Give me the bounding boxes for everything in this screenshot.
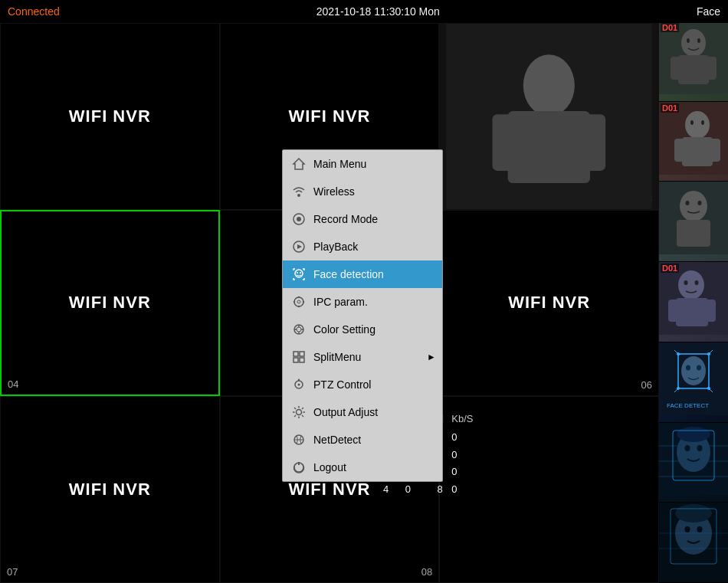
svg-point-13 [300, 272, 301, 273]
svg-rect-68 [676, 298, 708, 326]
svg-point-71 [684, 280, 688, 285]
camera-cell-03[interactable]: 03 [439, 23, 659, 210]
menu-item-wireless[interactable]: Wireless [283, 178, 442, 205]
svg-point-21 [297, 327, 301, 332]
svg-point-82 [677, 352, 680, 355]
menu-item-face-detection[interactable]: Face detection [283, 260, 442, 288]
right-sidebar: Face D01 D01 [659, 0, 728, 583]
svg-line-41 [302, 408, 303, 409]
svg-line-42 [294, 415, 296, 417]
menu-item-output-adjust[interactable]: Output Adjust [283, 398, 442, 426]
menu-ptz-control-label: PTZ Control [313, 378, 371, 391]
ipc-icon [290, 293, 307, 310]
thumb-4-feed [659, 262, 728, 335]
sidebar-thumb-2[interactable]: D01 [659, 102, 728, 182]
menu-item-ptz-control[interactable]: PTZ Control [283, 371, 442, 398]
home-icon [290, 156, 307, 172]
sidebar-thumb-3[interactable] [659, 182, 728, 262]
sidebar-thumb-4[interactable]: D01 [659, 262, 728, 342]
menu-item-ipc-param[interactable]: IPC param. [283, 288, 442, 316]
svg-marker-5 [293, 159, 304, 169]
svg-point-79 [681, 356, 706, 385]
svg-rect-63 [677, 220, 710, 247]
svg-point-31 [298, 384, 300, 386]
record-icon [290, 211, 307, 228]
menu-ipc-param-label: IPC param. [313, 296, 368, 308]
svg-rect-69 [668, 300, 679, 322]
svg-point-59 [690, 120, 694, 125]
svg-rect-26 [293, 352, 298, 356]
svg-point-67 [678, 270, 704, 300]
cell-08-number: 08 [421, 566, 432, 578]
menu-split-menu-label: SplitMenu [313, 351, 361, 363]
sidebar-thumb-5[interactable]: FACE DETECT [659, 342, 728, 423]
menu-item-record-mode[interactable]: Record Mode [283, 205, 442, 233]
svg-point-8 [297, 217, 301, 221]
menu-item-playback[interactable]: PlayBack [283, 233, 442, 260]
svg-point-18 [293, 301, 295, 303]
svg-point-53 [697, 38, 700, 43]
svg-rect-57 [674, 139, 685, 162]
svg-point-48 [681, 29, 706, 57]
camera-cell-01[interactable]: WIFI NVR [0, 23, 220, 210]
ptz-icon [290, 376, 307, 393]
svg-rect-70 [705, 300, 716, 322]
svg-point-52 [687, 38, 690, 43]
svg-point-80 [686, 365, 690, 370]
camera-cell-07[interactable]: WIFI NVR 07 [0, 396, 220, 583]
context-menu: Main Menu Wireless Record Mode P [282, 149, 443, 482]
svg-point-93 [697, 445, 703, 451]
camera-cell-06[interactable]: WIFI NVR 06 [439, 210, 659, 397]
svg-point-84 [677, 387, 680, 390]
svg-marker-10 [297, 244, 302, 249]
svg-rect-29 [300, 358, 304, 362]
camera-cell-04[interactable]: WIFI NVR 04 [0, 210, 220, 397]
svg-rect-51 [706, 57, 717, 80]
menu-color-setting-label: Color Setting [313, 323, 375, 336]
cell-01-label: WIFI NVR [69, 106, 151, 126]
svg-rect-2 [508, 111, 590, 183]
cell-08-label: WIFI NVR [288, 480, 370, 499]
menu-item-color-setting[interactable]: Color Setting [283, 316, 442, 343]
svg-point-12 [297, 272, 298, 273]
svg-rect-4 [585, 114, 606, 171]
thumb-1-feed [659, 21, 728, 94]
menu-item-net-detect[interactable]: NetDetect [283, 426, 442, 454]
thumb-1-label: D01 [661, 23, 679, 32]
svg-point-98 [685, 526, 690, 532]
bw-col4-header: Kb/S [451, 411, 473, 429]
svg-rect-28 [293, 358, 298, 362]
thumb-2-feed [659, 102, 728, 175]
menu-item-main-menu[interactable]: Main Menu [283, 150, 442, 178]
bw-row-4: 40 80 [375, 481, 473, 499]
thumb-2-label: D01 [661, 103, 679, 113]
cell-04-label: WIFI NVR [69, 293, 151, 313]
face-tab[interactable]: Face [697, 5, 720, 18]
svg-point-85 [707, 387, 710, 390]
datetime-display: 2021-10-18 11:30:10 Mon [316, 5, 440, 18]
cell-04-number: 04 [8, 378, 18, 390]
cell-07-label: WIFI NVR [69, 480, 151, 499]
svg-marker-33 [298, 378, 300, 381]
menu-wireless-label: Wireless [313, 185, 355, 198]
sidebar-thumb-1[interactable]: D01 [659, 21, 728, 102]
svg-point-64 [686, 201, 690, 205]
cell-02-label: WIFI NVR [288, 106, 370, 126]
split-menu-arrow: ► [427, 352, 436, 362]
svg-point-83 [707, 352, 710, 355]
thumb-7-feed [659, 503, 728, 575]
menu-item-split-menu[interactable]: SplitMenu ► [283, 343, 442, 371]
menu-face-detection-label: Face detection [313, 268, 384, 280]
svg-point-34 [297, 410, 302, 415]
svg-rect-3 [493, 114, 513, 171]
svg-point-19 [303, 301, 304, 303]
menu-item-logout[interactable]: Logout [283, 454, 442, 481]
sidebar-thumb-7[interactable] [659, 503, 728, 583]
svg-rect-56 [682, 137, 713, 166]
brightness-icon [290, 404, 307, 421]
svg-point-99 [697, 526, 703, 532]
svg-point-92 [685, 445, 690, 451]
svg-line-40 [302, 415, 303, 417]
sidebar-thumb-6[interactable] [659, 423, 728, 503]
menu-main-menu-label: Main Menu [313, 158, 366, 170]
